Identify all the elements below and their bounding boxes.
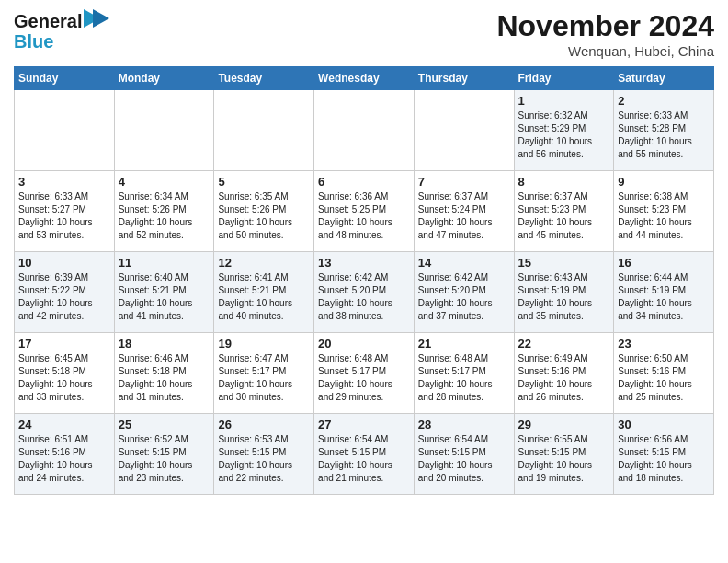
logo-line2: Blue <box>14 31 109 52</box>
day-number: 17 <box>18 337 110 350</box>
day-info: Sunrise: 6:44 AM Sunset: 5:19 PM Dayligh… <box>618 271 710 323</box>
day-number: 15 <box>518 256 610 270</box>
day-info: Sunrise: 6:38 AM Sunset: 5:23 PM Dayligh… <box>618 190 710 242</box>
day-number: 4 <box>119 175 210 189</box>
day-number: 21 <box>418 337 510 350</box>
calendar-cell: 17Sunrise: 6:45 AM Sunset: 5:18 PM Dayli… <box>15 333 115 414</box>
day-info: Sunrise: 6:55 AM Sunset: 5:15 PM Dayligh… <box>518 433 610 485</box>
calendar-cell: 7Sunrise: 6:37 AM Sunset: 5:24 PM Daylig… <box>414 171 514 252</box>
header: General Blue November 2024 Wenquan, Hube… <box>14 9 714 59</box>
calendar-cell: 22Sunrise: 6:49 AM Sunset: 5:16 PM Dayli… <box>514 333 614 414</box>
day-info: Sunrise: 6:43 AM Sunset: 5:19 PM Dayligh… <box>518 271 610 323</box>
page: General Blue November 2024 Wenquan, Hube… <box>0 0 728 509</box>
day-info: Sunrise: 6:42 AM Sunset: 5:20 PM Dayligh… <box>418 271 510 323</box>
calendar-cell: 18Sunrise: 6:46 AM Sunset: 5:18 PM Dayli… <box>114 333 214 414</box>
day-header-thursday: Thursday <box>414 67 514 90</box>
calendar-cell: 3Sunrise: 6:33 AM Sunset: 5:27 PM Daylig… <box>15 171 115 252</box>
calendar-table: SundayMondayTuesdayWednesdayThursdayFrid… <box>14 66 714 495</box>
calendar-week-row: 24Sunrise: 6:51 AM Sunset: 5:16 PM Dayli… <box>15 414 714 495</box>
day-info: Sunrise: 6:34 AM Sunset: 5:26 PM Dayligh… <box>119 190 210 242</box>
calendar-cell <box>114 90 214 171</box>
day-info: Sunrise: 6:53 AM Sunset: 5:15 PM Dayligh… <box>218 433 310 485</box>
day-number: 12 <box>218 256 310 270</box>
calendar-cell: 25Sunrise: 6:52 AM Sunset: 5:15 PM Dayli… <box>114 414 214 495</box>
day-info: Sunrise: 6:37 AM Sunset: 5:24 PM Dayligh… <box>418 190 510 242</box>
logo: General Blue <box>14 9 109 52</box>
calendar-cell: 23Sunrise: 6:50 AM Sunset: 5:16 PM Dayli… <box>614 333 714 414</box>
day-header-sunday: Sunday <box>15 67 115 90</box>
day-number: 18 <box>119 337 210 350</box>
calendar-week-row: 3Sunrise: 6:33 AM Sunset: 5:27 PM Daylig… <box>15 171 714 252</box>
day-info: Sunrise: 6:48 AM Sunset: 5:17 PM Dayligh… <box>318 352 410 404</box>
day-info: Sunrise: 6:41 AM Sunset: 5:21 PM Dayligh… <box>218 271 310 323</box>
day-number: 30 <box>618 418 710 431</box>
calendar-cell <box>214 90 314 171</box>
calendar-cell: 1Sunrise: 6:32 AM Sunset: 5:29 PM Daylig… <box>514 90 614 171</box>
day-info: Sunrise: 6:42 AM Sunset: 5:20 PM Dayligh… <box>318 271 410 323</box>
day-number: 14 <box>418 256 510 270</box>
day-info: Sunrise: 6:51 AM Sunset: 5:16 PM Dayligh… <box>18 433 110 485</box>
day-number: 2 <box>618 94 710 108</box>
day-number: 16 <box>618 256 710 270</box>
day-number: 13 <box>318 256 410 270</box>
logo-arrow-icon <box>84 9 109 31</box>
day-number: 26 <box>218 418 310 431</box>
day-number: 7 <box>418 175 510 189</box>
day-info: Sunrise: 6:37 AM Sunset: 5:23 PM Dayligh… <box>518 190 610 242</box>
calendar-cell: 13Sunrise: 6:42 AM Sunset: 5:20 PM Dayli… <box>314 252 415 333</box>
day-number: 24 <box>18 418 110 431</box>
calendar-week-row: 1Sunrise: 6:32 AM Sunset: 5:29 PM Daylig… <box>15 90 714 171</box>
calendar-cell: 24Sunrise: 6:51 AM Sunset: 5:16 PM Dayli… <box>15 414 115 495</box>
month-title: November 2024 <box>496 9 714 43</box>
location: Wenquan, Hubei, China <box>496 43 714 59</box>
day-header-saturday: Saturday <box>614 67 714 90</box>
day-header-wednesday: Wednesday <box>314 67 415 90</box>
day-header-tuesday: Tuesday <box>214 67 314 90</box>
day-number: 28 <box>418 418 510 431</box>
calendar-cell: 26Sunrise: 6:53 AM Sunset: 5:15 PM Dayli… <box>214 414 314 495</box>
day-info: Sunrise: 6:46 AM Sunset: 5:18 PM Dayligh… <box>119 352 210 404</box>
day-number: 27 <box>318 418 410 431</box>
day-number: 5 <box>218 175 310 189</box>
day-number: 23 <box>618 337 710 350</box>
day-number: 20 <box>318 337 410 350</box>
title-block: November 2024 Wenquan, Hubei, China <box>496 9 714 59</box>
day-number: 29 <box>518 418 610 431</box>
calendar-header-row: SundayMondayTuesdayWednesdayThursdayFrid… <box>15 67 714 90</box>
calendar-cell: 28Sunrise: 6:54 AM Sunset: 5:15 PM Dayli… <box>414 414 514 495</box>
day-info: Sunrise: 6:48 AM Sunset: 5:17 PM Dayligh… <box>418 352 510 404</box>
day-number: 6 <box>318 175 410 189</box>
day-number: 1 <box>518 94 610 108</box>
day-number: 10 <box>18 256 110 270</box>
day-info: Sunrise: 6:54 AM Sunset: 5:15 PM Dayligh… <box>318 433 410 485</box>
calendar-cell: 16Sunrise: 6:44 AM Sunset: 5:19 PM Dayli… <box>614 252 714 333</box>
day-header-monday: Monday <box>114 67 214 90</box>
day-number: 25 <box>119 418 210 431</box>
calendar-cell: 21Sunrise: 6:48 AM Sunset: 5:17 PM Dayli… <box>414 333 514 414</box>
day-number: 8 <box>518 175 610 189</box>
calendar-cell: 19Sunrise: 6:47 AM Sunset: 5:17 PM Dayli… <box>214 333 314 414</box>
calendar-cell: 5Sunrise: 6:35 AM Sunset: 5:26 PM Daylig… <box>214 171 314 252</box>
calendar-cell: 10Sunrise: 6:39 AM Sunset: 5:22 PM Dayli… <box>15 252 115 333</box>
day-number: 9 <box>618 175 710 189</box>
calendar-cell <box>414 90 514 171</box>
day-header-friday: Friday <box>514 67 614 90</box>
calendar-cell: 2Sunrise: 6:33 AM Sunset: 5:28 PM Daylig… <box>614 90 714 171</box>
calendar-cell: 11Sunrise: 6:40 AM Sunset: 5:21 PM Dayli… <box>114 252 214 333</box>
day-info: Sunrise: 6:39 AM Sunset: 5:22 PM Dayligh… <box>18 271 110 323</box>
day-number: 3 <box>18 175 110 189</box>
day-info: Sunrise: 6:32 AM Sunset: 5:29 PM Dayligh… <box>518 109 610 161</box>
day-info: Sunrise: 6:50 AM Sunset: 5:16 PM Dayligh… <box>618 352 710 404</box>
calendar-cell: 30Sunrise: 6:56 AM Sunset: 5:15 PM Dayli… <box>614 414 714 495</box>
calendar-week-row: 17Sunrise: 6:45 AM Sunset: 5:18 PM Dayli… <box>15 333 714 414</box>
day-number: 22 <box>518 337 610 350</box>
day-info: Sunrise: 6:33 AM Sunset: 5:28 PM Dayligh… <box>618 109 710 161</box>
calendar-cell: 20Sunrise: 6:48 AM Sunset: 5:17 PM Dayli… <box>314 333 415 414</box>
calendar-cell: 12Sunrise: 6:41 AM Sunset: 5:21 PM Dayli… <box>214 252 314 333</box>
calendar-cell: 29Sunrise: 6:55 AM Sunset: 5:15 PM Dayli… <box>514 414 614 495</box>
calendar-cell: 4Sunrise: 6:34 AM Sunset: 5:26 PM Daylig… <box>114 171 214 252</box>
day-number: 19 <box>218 337 310 350</box>
day-info: Sunrise: 6:45 AM Sunset: 5:18 PM Dayligh… <box>18 352 110 404</box>
calendar-cell <box>15 90 115 171</box>
day-info: Sunrise: 6:47 AM Sunset: 5:17 PM Dayligh… <box>218 352 310 404</box>
